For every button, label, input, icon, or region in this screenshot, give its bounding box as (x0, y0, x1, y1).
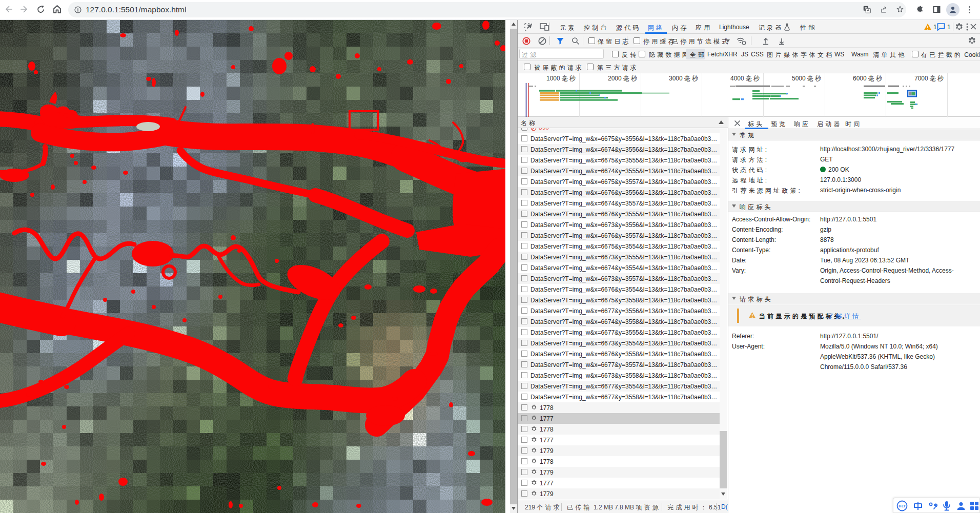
svg-text:6000 毫秒: 6000 毫秒 (853, 75, 884, 82)
svg-text:1000 毫秒: 1000 毫秒 (546, 75, 577, 82)
svg-text:3000 毫秒: 3000 毫秒 (669, 75, 700, 82)
svg-text:4000 毫秒: 4000 毫秒 (730, 75, 761, 82)
svg-text:7000 毫秒: 7000 毫秒 (914, 75, 945, 82)
svg-text:2000 毫秒: 2000 毫秒 (608, 75, 639, 82)
svg-text:5000 毫秒: 5000 毫秒 (792, 75, 823, 82)
svg-text:iFLY: iFLY (899, 504, 906, 508)
